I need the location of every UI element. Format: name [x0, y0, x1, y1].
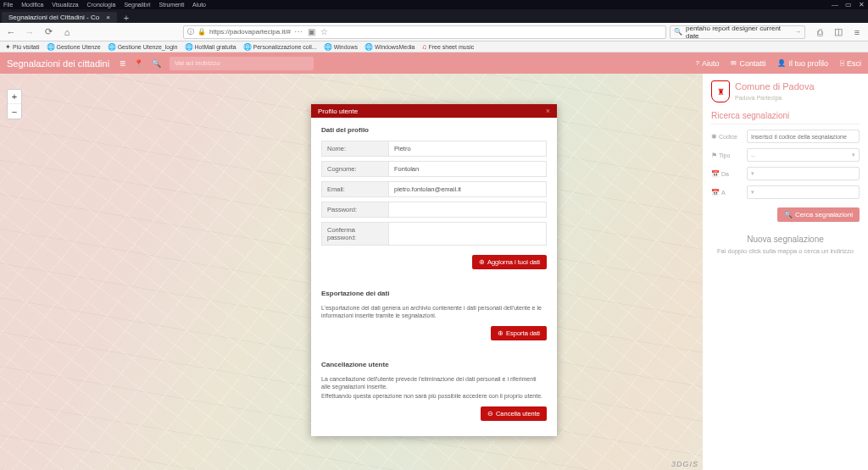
update-profile-button[interactable]: ⊕Aggiorna i tuoi dati — [472, 255, 547, 269]
menu-tools[interactable]: Strumenti — [159, 2, 185, 8]
forward-button[interactable]: → — [22, 25, 37, 40]
password-input[interactable] — [389, 202, 547, 218]
address-search-icon[interactable]: 🔍 — [152, 59, 161, 68]
reader-icon[interactable]: ▣ — [308, 27, 315, 36]
download-icon: ⊕ — [498, 329, 504, 337]
brand: ♜ Comune di Padova Padova Partecipa — [711, 80, 860, 102]
address-input[interactable] — [170, 57, 314, 70]
browser-menu[interactable]: File Modifica Visualizza Cronologia Segn… — [3, 2, 213, 8]
more-icon[interactable]: ⋯ — [294, 27, 303, 36]
marker-icon[interactable]: 📍 — [134, 59, 143, 68]
browser-toolbar: ← → ⟳ ⌂ ⓘ 🔒 https://padovapartecipa.it/#… — [0, 23, 868, 41]
code-icon: ✱ — [711, 133, 717, 141]
cognome-label: Cognome: — [321, 161, 389, 177]
window-controls: — ▭ ✕ — [826, 1, 865, 8]
back-button[interactable]: ← — [3, 25, 19, 40]
reload-button[interactable]: ⟳ — [41, 25, 56, 40]
tab-title: Segnalazioni dei Cittadini - Co — [8, 14, 99, 21]
browser-tab[interactable]: Segnalazioni dei Cittadini - Co × — [2, 12, 117, 23]
a-date-input[interactable] — [747, 185, 860, 199]
dialog-header[interactable]: Profilo utente × — [311, 104, 557, 118]
bookmark-windows[interactable]: 🌐Windows — [324, 43, 358, 51]
delete-icon: ⊖ — [487, 410, 493, 417]
new-report-title: Nuova segnalazione — [711, 235, 860, 244]
search-go-icon[interactable]: → — [794, 28, 801, 36]
zoom-control: + − — [7, 89, 22, 119]
delete-section-title: Cancellazione utente — [321, 361, 547, 368]
info-icon[interactable]: ⓘ — [187, 27, 194, 36]
user-icon: 👤 — [777, 59, 786, 67]
da-date-input[interactable] — [747, 167, 860, 180]
delete-description-1: La cancellazione dell'utente prevede l'e… — [321, 375, 547, 390]
bookmark-windowsmedia[interactable]: 🌐WindowsMedia — [364, 43, 415, 51]
maximize-icon[interactable]: ▭ — [845, 1, 852, 8]
brand-sub: Padova Partecipa — [735, 95, 782, 101]
zoom-out-button[interactable]: − — [8, 104, 21, 119]
home-button[interactable]: ⌂ — [59, 25, 75, 40]
new-report-sub: Fai doppio click sulla mappa o cerca un … — [711, 247, 860, 255]
logout-link[interactable]: ⍈Esci — [840, 59, 861, 68]
close-window-icon[interactable]: ✕ — [859, 1, 865, 8]
new-report-hint: Nuova segnalazione Fai doppio click sull… — [711, 235, 860, 255]
delete-description-2: Effettuando questa operazione non sarà p… — [321, 392, 547, 400]
new-tab-button[interactable]: + — [117, 13, 136, 23]
profile-link[interactable]: 👤Il tuo profilo — [777, 59, 828, 68]
logout-icon: ⍈ — [840, 59, 844, 67]
menu-history[interactable]: Cronologia — [87, 2, 116, 8]
url-text: https://padovapartecipa.it/# — [209, 28, 291, 36]
app-title: Segnalazioni dei cittadini — [7, 58, 109, 69]
export-data-button[interactable]: ⊕Esporta dati — [491, 326, 547, 340]
menu-toggle-icon[interactable]: ≡ — [120, 58, 125, 69]
cognome-input[interactable]: Fontolan — [389, 161, 547, 177]
menu-help[interactable]: Aiuto — [192, 2, 206, 8]
nome-input[interactable]: Pietro — [389, 141, 547, 157]
profile-section-title: Dati del profilo — [321, 126, 547, 134]
codice-input[interactable] — [747, 130, 860, 143]
minimize-icon[interactable]: — — [832, 1, 838, 8]
calendar-icon: 📅 — [711, 189, 720, 196]
search-icon: 🔍 — [674, 28, 682, 36]
email-label: Email: — [321, 181, 389, 197]
search-panel: ♜ Comune di Padova Padova Partecipa Rice… — [703, 74, 868, 470]
conferma-input[interactable] — [389, 222, 547, 246]
codice-label: ✱Codice — [711, 133, 743, 141]
refresh-icon: ⊕ — [479, 258, 485, 266]
bookmark-personalizzazione[interactable]: 🌐Personalizzazione coll... — [243, 43, 317, 51]
city-crest-icon: ♜ — [711, 80, 730, 102]
bookmarks-bar: ✦Più visitati 🌐Gestione Utenze 🌐Gestione… — [0, 41, 868, 53]
tipo-select[interactable]: -- — [747, 148, 860, 162]
bookmark-utenze-login[interactable]: 🌐Gestione Utenze_login — [108, 43, 178, 51]
delete-user-button[interactable]: ⊖Cancella utente — [481, 406, 547, 421]
star-icon[interactable]: ☆ — [320, 27, 328, 36]
menu-bookmarks[interactable]: Segnalibri — [124, 2, 150, 8]
zoom-in-button[interactable]: + — [8, 90, 21, 104]
bookmark-hotmail[interactable]: 🌐HotMail gratuita — [185, 43, 236, 51]
profile-dialog: Profilo utente × Dati del profilo Nome:P… — [311, 104, 557, 436]
help-link[interactable]: ?Aiuto — [695, 59, 719, 68]
email-input[interactable]: pietro.fontolan@email.it — [389, 181, 547, 197]
bookmark-most-visited[interactable]: ✦Più visitati — [5, 43, 40, 51]
map-attribution: 3DGIS — [671, 460, 698, 468]
url-field[interactable]: ⓘ 🔒 https://padovapartecipa.it/# ⋯ ▣ ☆ — [183, 25, 666, 39]
flag-icon: ⚑ — [711, 152, 717, 159]
sidebar-icon[interactable]: ◫ — [831, 25, 846, 40]
hamburger-icon[interactable]: ≡ — [849, 25, 865, 40]
bookmark-utenze[interactable]: 🌐Gestione Utenze — [47, 43, 101, 51]
tab-close-icon[interactable]: × — [106, 14, 110, 21]
da-label: 📅Da — [711, 170, 743, 178]
conferma-label: Conferma password: — [321, 222, 389, 246]
browser-tabstrip: Segnalazioni dei Cittadini - Co × + — [0, 9, 868, 23]
contacts-link[interactable]: ✉Contatti — [731, 59, 765, 68]
calendar-icon: 📅 — [711, 170, 720, 178]
menu-file[interactable]: File — [3, 2, 13, 8]
search-button[interactable]: 🔍Cerca segnalazioni — [777, 207, 860, 222]
menu-edit[interactable]: Modifica — [21, 2, 43, 8]
close-icon[interactable]: × — [546, 107, 550, 115]
dialog-title: Profilo utente — [318, 108, 358, 115]
library-icon[interactable]: ⎙ — [812, 25, 827, 40]
menu-view[interactable]: Visualizza — [52, 2, 78, 8]
browser-search-field[interactable]: 🔍 pentaho report designer current date → — [670, 25, 805, 39]
bookmark-sheetmusic[interactable]: ♫Free sheet music — [422, 43, 475, 51]
brand-name: Comune di Padova — [735, 81, 815, 91]
export-section-title: Esportazione dei dati — [321, 290, 547, 297]
